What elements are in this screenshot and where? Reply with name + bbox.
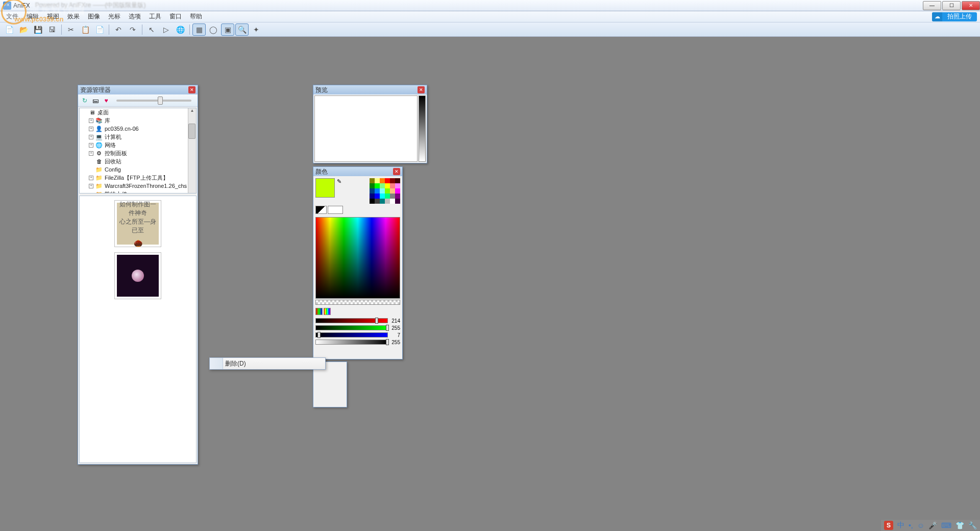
ime-skin-icon[interactable]: 👕 <box>955 521 964 529</box>
wand-tool-button[interactable]: ✦ <box>250 23 263 36</box>
eyedropper-icon[interactable]: ✎ <box>337 178 344 185</box>
minimize-button[interactable]: — <box>923 1 941 10</box>
tree-item[interactable]: +💻计算机 <box>80 133 196 141</box>
palette-swatch[interactable] <box>390 178 395 183</box>
menu-file[interactable]: 文件 <box>2 11 22 22</box>
palette-swatch[interactable] <box>370 194 375 199</box>
ime-cn-icon[interactable]: 中 <box>897 521 904 530</box>
expand-icon[interactable]: + <box>89 151 93 156</box>
redo-button[interactable]: ↷ <box>126 23 139 36</box>
sogou-ime-icon[interactable]: S <box>884 521 893 530</box>
thumbnail-item[interactable] <box>114 252 161 299</box>
tree-item[interactable]: +👤pc0359.cn-06 <box>80 125 196 133</box>
palette-swatch[interactable] <box>395 178 400 183</box>
close-icon[interactable]: ✕ <box>188 86 195 93</box>
palette-swatch[interactable] <box>375 178 380 183</box>
menu-edit[interactable]: 编辑 <box>22 11 43 22</box>
thumbnail-item[interactable]: 如何制作图一件神奇 心之所至—身已至 🌰 <box>114 200 161 247</box>
palette-swatch[interactable] <box>385 188 390 194</box>
palette-swatch[interactable] <box>375 194 380 199</box>
swap-colors-icon[interactable] <box>315 206 327 214</box>
hsv-mode-icon[interactable] <box>324 308 331 315</box>
tree-item[interactable]: 🗑回收站 <box>80 157 196 165</box>
panel-header[interactable]: 预览 ✕ <box>313 85 427 94</box>
palette-swatch[interactable] <box>390 194 395 199</box>
background-color-swatch[interactable] <box>328 206 343 214</box>
expand-icon[interactable]: + <box>89 135 93 139</box>
ime-emoji-icon[interactable]: ☺ <box>917 521 924 529</box>
menu-cursor[interactable]: 光标 <box>104 11 125 22</box>
alpha-strip[interactable] <box>315 300 400 305</box>
scrollbar[interactable]: ▲ <box>188 108 196 193</box>
expand-icon[interactable]: + <box>89 118 93 123</box>
select-tool-button[interactable]: ▦ <box>192 23 206 36</box>
palette-swatch[interactable] <box>380 199 385 204</box>
tree-item[interactable]: 🖥桌面 <box>80 108 196 116</box>
palette-swatch[interactable] <box>385 199 390 204</box>
panel-header[interactable]: 资源管理器 ✕ <box>78 85 198 94</box>
tree-item[interactable]: 📁Config <box>80 165 196 174</box>
close-icon[interactable]: ✕ <box>393 168 400 175</box>
globe-button[interactable]: 🌐 <box>174 23 187 36</box>
panel-header[interactable]: 颜色 ✕ <box>313 167 402 176</box>
palette-swatch[interactable] <box>370 199 375 204</box>
menu-tools[interactable]: 工具 <box>145 11 165 22</box>
brightness-strip[interactable] <box>419 95 426 162</box>
slider-thumb[interactable] <box>158 96 163 105</box>
expand-icon[interactable]: + <box>89 127 93 131</box>
palette-swatch[interactable] <box>370 183 375 188</box>
thumb-size-slider[interactable] <box>116 100 191 102</box>
expand-icon[interactable]: + <box>89 184 93 188</box>
close-icon[interactable]: ✕ <box>418 86 425 93</box>
red-slider[interactable] <box>315 318 388 323</box>
undo-button[interactable]: ↶ <box>112 23 125 36</box>
color-field[interactable] <box>315 217 400 299</box>
new-file-button[interactable]: 📄 <box>3 23 16 36</box>
palette-swatch[interactable] <box>395 194 400 199</box>
play-button[interactable]: ▷ <box>159 23 173 36</box>
color-palette[interactable] <box>370 178 400 204</box>
palette-swatch[interactable] <box>390 199 395 204</box>
menu-help[interactable]: 帮助 <box>186 11 206 22</box>
green-slider[interactable] <box>315 325 388 330</box>
palette-swatch[interactable] <box>395 183 400 188</box>
floppy-button[interactable]: 🖫 <box>45 23 59 36</box>
tree-item[interactable]: +📁FileZilla【FTP上传工具】 <box>80 174 196 182</box>
palette-swatch[interactable] <box>385 183 390 188</box>
palette-swatch[interactable] <box>380 188 385 194</box>
expand-icon[interactable]: + <box>89 176 93 180</box>
palette-swatch[interactable] <box>370 188 375 194</box>
zoom-tool-button[interactable]: 🔍 <box>235 23 249 36</box>
foreground-color-swatch[interactable] <box>315 178 335 198</box>
cut-button[interactable]: ✂ <box>64 23 78 36</box>
palette-swatch[interactable] <box>395 199 400 204</box>
palette-swatch[interactable] <box>385 178 390 183</box>
copy-button[interactable]: 📋 <box>79 23 92 36</box>
close-button[interactable]: ✕ <box>962 1 980 10</box>
palette-swatch[interactable] <box>395 188 400 194</box>
heart-icon[interactable]: ♥ <box>102 96 111 105</box>
palette-swatch[interactable] <box>375 188 380 194</box>
palette-swatch[interactable] <box>380 194 385 199</box>
palette-swatch[interactable] <box>375 183 380 188</box>
disk-icon[interactable]: 🖴 <box>91 96 100 105</box>
upload-button[interactable]: ☁ 拍照上传 <box>932 12 977 21</box>
folder-tree[interactable]: 🖥桌面+📚库+👤pc0359.cn-06+💻计算机+🌐网络+⚙控制面板🗑回收站📁… <box>79 108 197 194</box>
palette-swatch[interactable] <box>370 178 375 183</box>
save-file-button[interactable]: 💾 <box>31 23 44 36</box>
menu-item-delete[interactable]: 删除(D) <box>210 358 325 369</box>
palette-swatch[interactable] <box>380 178 385 183</box>
palette-swatch[interactable] <box>390 183 395 188</box>
pointer-button[interactable]: ↖ <box>145 23 158 36</box>
maximize-button[interactable]: ☐ <box>942 1 961 10</box>
menu-view[interactable]: 视图 <box>43 11 63 22</box>
ime-keyboard-icon[interactable]: ⌨ <box>941 521 951 529</box>
tree-item[interactable]: 📁等待上传 <box>80 190 196 194</box>
menu-window[interactable]: 窗口 <box>165 11 186 22</box>
paste-button[interactable]: 📄 <box>93 23 106 36</box>
expand-icon[interactable]: + <box>89 143 93 148</box>
palette-swatch[interactable] <box>380 183 385 188</box>
menu-options[interactable]: 选项 <box>125 11 145 22</box>
palette-swatch[interactable] <box>385 194 390 199</box>
ime-settings-icon[interactable]: 🔧 <box>968 521 977 529</box>
